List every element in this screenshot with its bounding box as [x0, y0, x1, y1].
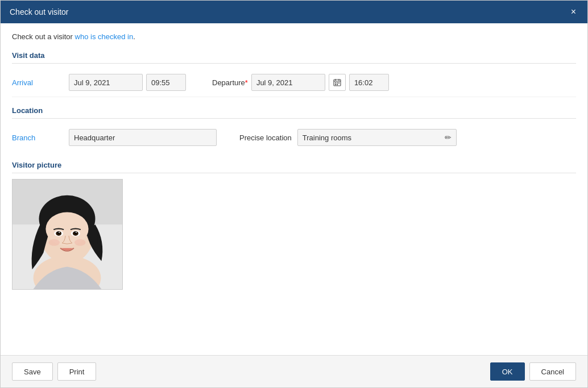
- footer-right-buttons: OK Cancel: [490, 362, 576, 381]
- dialog-body: Check out a visitor who is checked in. V…: [1, 23, 587, 355]
- precise-location-label: Precise location: [239, 133, 292, 142]
- calendar-icon: [333, 78, 341, 86]
- dialog-header: Check out visitor ×: [1, 1, 587, 23]
- visitor-portrait-svg: [13, 180, 122, 289]
- location-row: Branch Precise location Training rooms ✏: [12, 123, 576, 152]
- precise-location-value: Training rooms: [303, 133, 445, 142]
- svg-point-24: [74, 239, 86, 246]
- print-button[interactable]: Print: [57, 362, 97, 381]
- arrival-fields: Departure*: [69, 74, 576, 91]
- departure-date-input[interactable]: [251, 74, 325, 91]
- arrival-date-input[interactable]: [69, 74, 143, 91]
- svg-point-18: [59, 232, 60, 233]
- visit-data-section: Visit data Arrival Departure*: [12, 51, 576, 97]
- footer-left-buttons: Save Print: [12, 362, 96, 381]
- required-indicator: *: [245, 78, 248, 87]
- ok-button[interactable]: OK: [490, 362, 525, 381]
- branch-input[interactable]: [69, 129, 217, 146]
- svg-rect-4: [335, 82, 336, 84]
- svg-rect-5: [337, 82, 338, 84]
- visit-data-title: Visit data: [12, 51, 576, 64]
- departure-time-input[interactable]: [349, 74, 389, 91]
- location-section: Location Branch Precise location Trainin…: [12, 106, 576, 152]
- svg-rect-8: [337, 84, 338, 85]
- description-after-link: .: [133, 32, 135, 41]
- calendar-button[interactable]: [329, 74, 346, 91]
- checkout-visitor-dialog: Check out visitor × Check out a visitor …: [0, 0, 588, 388]
- dialog-title: Check out visitor: [10, 7, 68, 16]
- departure-group: Departure*: [212, 74, 389, 91]
- visitor-photo: [12, 179, 123, 290]
- visitor-picture-title: Visitor picture: [12, 161, 576, 173]
- save-button[interactable]: Save: [12, 362, 53, 381]
- dialog-footer: Save Print OK Cancel: [1, 355, 587, 387]
- arrival-label: Arrival: [12, 78, 69, 87]
- svg-point-22: [76, 232, 77, 233]
- dialog-close-button[interactable]: ×: [569, 7, 578, 16]
- departure-label: Departure*: [212, 78, 248, 87]
- svg-rect-6: [338, 82, 339, 84]
- branch-label: Branch: [12, 133, 69, 142]
- description-before-link: Check out a visitor: [12, 32, 75, 41]
- svg-rect-7: [335, 84, 336, 85]
- visitor-picture-section: Visitor picture: [12, 161, 576, 290]
- checked-in-link[interactable]: who is checked in: [75, 32, 134, 41]
- cancel-button[interactable]: Cancel: [529, 362, 576, 381]
- arrival-time-input[interactable]: [146, 74, 186, 91]
- location-title: Location: [12, 106, 576, 119]
- svg-point-23: [48, 239, 60, 246]
- arrival-row: Arrival Departure*: [12, 68, 576, 97]
- description-text: Check out a visitor who is checked in.: [12, 32, 576, 41]
- precise-location-field: Training rooms ✏: [297, 129, 457, 146]
- edit-icon[interactable]: ✏: [445, 133, 452, 142]
